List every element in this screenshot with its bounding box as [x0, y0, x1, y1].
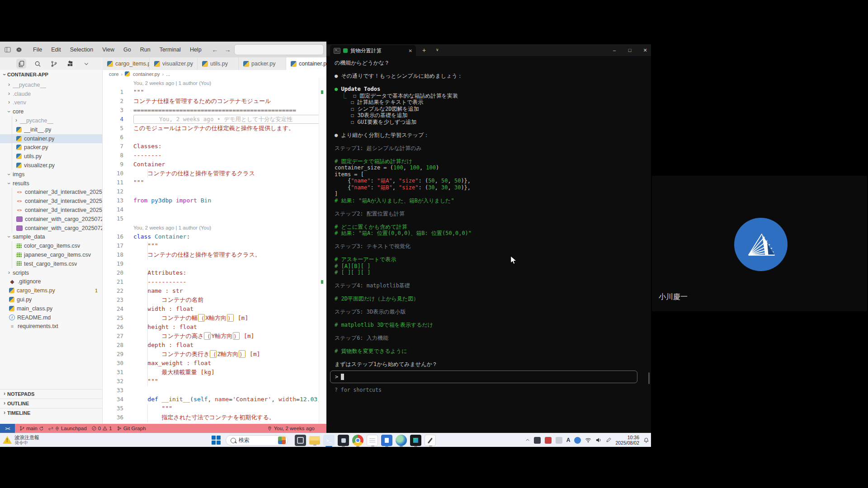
code-line[interactable]: 11""" [103, 178, 326, 187]
code-line[interactable]: 5このモジュールはコンテナの仕様定義と操作を提供します。 [103, 124, 326, 133]
ime-indicator[interactable]: A [566, 437, 571, 443]
extensions-icon[interactable] [65, 59, 75, 69]
code-line[interactable]: 30 max_weight : float [103, 359, 326, 368]
tree-item-.claude[interactable]: ›.claude [0, 89, 102, 99]
tree-item-.gitignore[interactable]: ◆.gitignore [0, 277, 102, 286]
terminal-app-icon[interactable]: >_ [323, 435, 335, 446]
code-line[interactable]: 31 最大積載重量 [kg] [103, 368, 326, 377]
menu-view[interactable]: View [98, 45, 118, 54]
tree-item-cargo_items.py[interactable]: cargo_items.py1 [0, 286, 102, 295]
overview-ruler[interactable] [319, 78, 326, 424]
tree-item-container.py[interactable]: container.py [0, 134, 102, 143]
tree-item-main_class.py[interactable]: main_class.py [0, 304, 102, 313]
minimize-button[interactable]: – [608, 44, 621, 56]
tree-item-__pycache__[interactable]: ›__pycache__ [0, 116, 102, 125]
tab-visualizer.py[interactable]: visualizer.py [150, 57, 198, 70]
code-line[interactable]: 9Container [103, 160, 326, 169]
code-line[interactable]: 15 [103, 214, 326, 223]
tree-item-requirements.txt[interactable]: ≡requirements.txt [0, 322, 102, 331]
section-timeline[interactable]: ›TIMELINE [0, 408, 102, 418]
code-line[interactable]: 14 [103, 205, 326, 214]
nav-forward-icon[interactable]: → [225, 46, 231, 53]
code-line[interactable]: 21 ----------- [103, 277, 326, 286]
code-line[interactable]: 16class Container: [103, 232, 326, 241]
code-editor[interactable]: You, 2 weeks ago | 1 author (You)1"""2コン… [103, 78, 326, 424]
appdark-app-icon[interactable] [338, 435, 349, 446]
menu-help[interactable]: Help [186, 45, 206, 54]
tree-item-scripts[interactable]: ›scripts [0, 268, 102, 277]
search-icon[interactable] [33, 59, 42, 69]
tab-dropdown-icon[interactable]: ∨ [436, 47, 439, 52]
menu-run[interactable]: Run [136, 45, 155, 54]
tray-chevron-icon[interactable] [525, 438, 530, 442]
code-line[interactable]: 3=======================================… [103, 106, 326, 115]
tree-item-__init__.py[interactable]: __init__.py [0, 125, 102, 134]
pen-app-icon[interactable] [425, 435, 436, 446]
tree-item-results[interactable]: ›results [0, 179, 102, 188]
tree-item-utils.py[interactable]: utils.py [0, 152, 102, 161]
pycharm-app-icon[interactable] [410, 435, 421, 446]
appblue-app-icon[interactable] [381, 435, 392, 446]
codelens-blame[interactable]: You, 2 weeks ago | 1 author (You) [103, 223, 326, 232]
code-line[interactable]: 22 name : str [103, 286, 326, 296]
tree-item-README.md[interactable]: iREADME.md [0, 313, 102, 322]
tray-app-icon[interactable] [534, 437, 541, 444]
code-line[interactable]: 23 コンテナの名前 [103, 296, 326, 305]
breadcrumb-symbol[interactable]: ... [166, 71, 170, 77]
code-line[interactable]: 27 コンテナの高さ（Y軸方向） [m] [103, 332, 326, 341]
remote-indicator[interactable]: >< [0, 424, 15, 433]
code-line[interactable]: 24 width : float [103, 305, 326, 314]
terminal-scrollbar[interactable] [648, 372, 650, 384]
maximize-button[interactable]: □ [623, 44, 637, 56]
tree-item-container_3d_interactive_2025072...[interactable]: <>container_3d_interactive_2025072... [0, 188, 102, 197]
code-line[interactable]: 25 コンテナの幅（X軸方向） [m] [103, 314, 326, 323]
tree-item-container_with_cargo_20250721_1...[interactable]: container_with_cargo_20250721_1... [0, 224, 102, 233]
menu-terminal[interactable]: Terminal [156, 45, 185, 54]
folder-app-icon[interactable] [309, 436, 320, 445]
code-line[interactable]: 2コンテナ仕様を管理するためのコンテナモジュール [103, 97, 326, 106]
problems-status[interactable]: 0 1 [91, 426, 112, 431]
notification-bell-icon[interactable] [643, 437, 649, 443]
code-line[interactable]: 8-------- [103, 151, 326, 160]
source-control-icon[interactable] [49, 59, 59, 69]
menu-selection[interactable]: Selection [66, 45, 97, 54]
close-button[interactable]: ✕ [638, 44, 651, 56]
snip-app-icon[interactable] [295, 435, 306, 446]
code-line[interactable]: 34 def __init__(self, name='Container', … [103, 395, 326, 404]
tab-close-icon[interactable]: ✕ [409, 48, 412, 53]
tree-item-container_with_cargo_20250721_1...[interactable]: container_with_cargo_20250721_1... [0, 215, 102, 224]
code-line[interactable]: 13from py3dbp import Bin [103, 196, 326, 205]
breadcrumb-folder[interactable]: core [109, 71, 118, 77]
tree-item-container_3d_interactive_2025072...[interactable]: <>container_3d_interactive_2025072... [0, 197, 102, 206]
menu-file[interactable]: File [29, 45, 46, 54]
git-graph-status[interactable]: Git Graph [117, 426, 146, 431]
tree-item-sample_data[interactable]: ›sample_data [0, 233, 102, 242]
taskbar-search[interactable]: 検索 [226, 435, 288, 446]
code-line[interactable]: 1""" [103, 88, 326, 97]
msn-weather-icon[interactable] [278, 436, 286, 444]
pen-icon[interactable] [606, 437, 611, 443]
tree-item-japanese_cargo_items.csv[interactable]: japanese_cargo_items.csv [0, 250, 102, 259]
tree-item-core[interactable]: ›core [0, 107, 102, 116]
chrome-app-icon[interactable] [352, 435, 363, 446]
tab-cargo_items.py[interactable]: cargo_items.py1 [103, 57, 150, 70]
terminal-titlebar[interactable]: >_ 貨物分置計算 ✕ + ∨ – □ ✕ [326, 44, 651, 56]
more-views-chevron-icon[interactable] [81, 59, 91, 69]
blame-status[interactable]: You, 2 weeks ago [267, 426, 315, 431]
code-line[interactable]: 19 [103, 259, 326, 268]
code-line[interactable]: 17 """ [103, 241, 326, 250]
tab-utils.py[interactable]: utils.py [198, 57, 239, 70]
tray-app-badge-icon[interactable] [545, 437, 552, 444]
breadcrumb[interactable]: core › container.py › ... [103, 70, 326, 78]
code-line[interactable]: 28 depth : float [103, 341, 326, 350]
explorer-root-header[interactable]: › CONTAINER-APP [0, 70, 102, 79]
launchpad-status[interactable]: Launchpad [48, 426, 87, 431]
new-tab-icon[interactable]: + [422, 47, 426, 54]
code-line[interactable]: 26 height : float [103, 323, 326, 332]
code-line[interactable]: 32 """ [103, 377, 326, 386]
tree-item-imgs[interactable]: ›imgs [0, 170, 102, 179]
code-line[interactable]: 18 コンテナの仕様と操作を管理するクラス。 [103, 250, 326, 259]
start-button[interactable] [212, 436, 221, 445]
tree-item-gui.py[interactable]: gui.py [0, 295, 102, 304]
code-line[interactable]: 7Classes: [103, 142, 326, 151]
